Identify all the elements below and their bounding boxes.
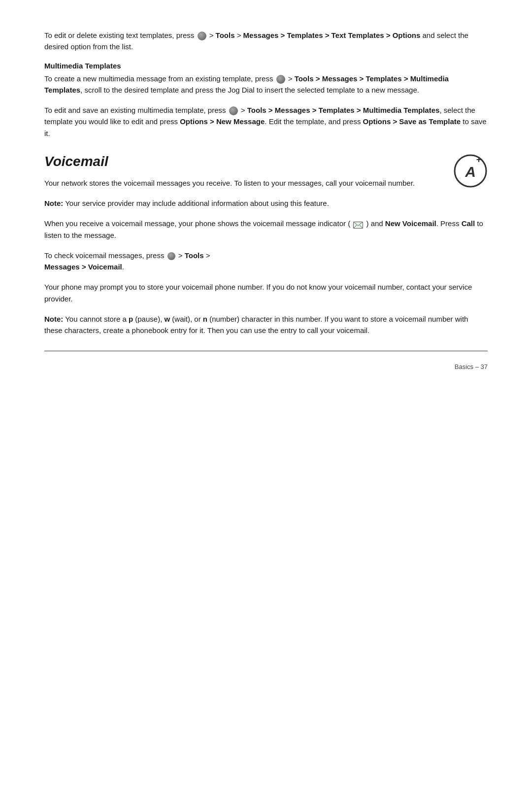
envelope-icon [353,220,363,227]
voicemail-paragraph-2: When you receive a voicemail message, yo… [44,218,488,241]
nav-button-icon [198,32,206,40]
tools-messages-templates-label: Tools > Messages > Templates > [295,74,408,83]
multimedia-templates-heading: Multimedia Templates [44,62,488,70]
pause-label: p [129,315,133,323]
page-container: To edit or delete existing text template… [0,0,532,410]
messages-voicemail-label: Messages > Voicemail [44,263,122,271]
options-save-template-label: Options > Save as Template [363,117,461,126]
tools-messages-templates-multimedia-label: Tools > Messages > Templates > Multimedi… [247,106,440,114]
voicemail-paragraph-1: Your network stores the voicemail messag… [44,177,488,189]
voicemail-paragraph-4: Your phone may prompt you to store your … [44,281,488,304]
intro-paragraph: To edit or delete existing text template… [44,30,488,53]
note-label-1: Note: [44,199,63,207]
voicemail-section: Voicemail Your network stores the voicem… [44,154,488,336]
footer-text: Basics – 37 [455,363,488,370]
wait-label: w [164,315,170,323]
voicemail-paragraph-3: To check voicemail messages, press > Too… [44,250,488,273]
voicemail-note-2: Note: You cannot store a p (pause), w (w… [44,313,488,336]
voicemail-heading: Voicemail [44,154,488,169]
tools-label-2: Tools [185,251,204,260]
multimedia-paragraph-2: To edit and save an existing multimedia … [44,104,488,139]
note-label-2: Note: [44,315,63,323]
nav-button-icon-2 [276,75,285,84]
tools-label: Tools [216,31,235,39]
messages-templates-options-label: Messages > Templates > Text Templates > … [243,31,421,39]
multimedia-paragraph-1: To create a new multimedia message from … [44,73,488,96]
nav-button-icon-3 [229,106,238,115]
voicemail-note-1: Note: Your service provider may include … [44,198,488,209]
call-label: Call [462,219,475,228]
page-divider [44,351,488,351]
voicemail-feature-icon: A + [453,154,488,188]
voicemail-intro-block: Your network stores the voicemail messag… [44,177,488,198]
number-label: n [203,315,207,323]
new-voicemail-label: New Voicemail [385,219,436,228]
svg-text:+: + [476,155,482,165]
nav-button-icon-4 [167,252,175,260]
svg-text:A: A [465,164,476,180]
options-new-message-label: Options > New Message [180,117,265,126]
voicemail-intro-text: Your network stores the voicemail messag… [44,177,488,198]
page-footer: Basics – 37 [44,359,488,370]
